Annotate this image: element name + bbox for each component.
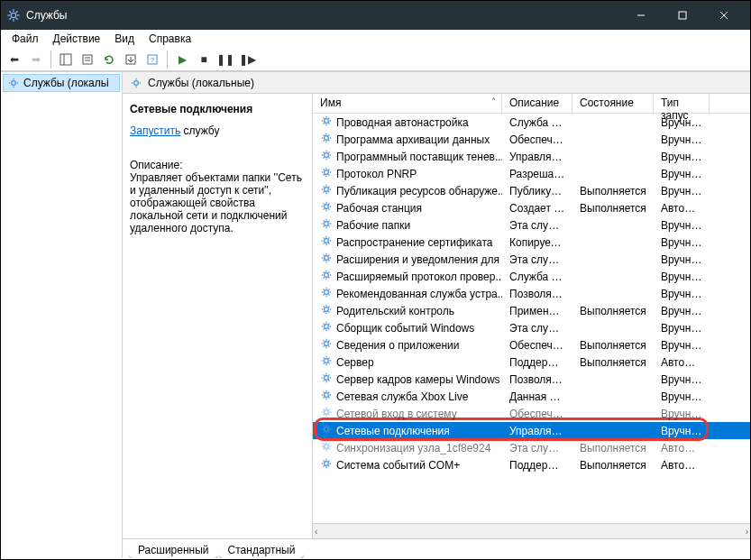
horizontal-scrollbar[interactable]: ‹ › xyxy=(313,523,750,538)
cell-state: Выполняется xyxy=(572,442,654,454)
titlebar: Службы xyxy=(1,1,750,30)
svg-line-100 xyxy=(328,243,329,243)
svg-line-39 xyxy=(328,118,329,119)
col-state[interactable]: Состояние xyxy=(572,94,654,113)
table-row[interactable]: Программный поставщик тенев...Управляет.… xyxy=(313,148,750,165)
pause-service-button[interactable]: ❚❚ xyxy=(215,50,235,69)
col-name[interactable]: Имя xyxy=(313,94,502,113)
table-row[interactable]: Расширения и уведомления для ...Эта служ… xyxy=(313,251,750,268)
table-row[interactable]: Публикация ресурсов обнаруже...Публикует… xyxy=(313,182,750,199)
column-headers: Имя Описание Состояние Тип запус xyxy=(313,94,750,114)
properties-button[interactable] xyxy=(78,50,97,69)
svg-line-48 xyxy=(328,135,329,136)
svg-line-165 xyxy=(328,358,329,359)
cell-description: Поддержи... xyxy=(502,459,572,472)
svg-point-121 xyxy=(325,290,329,295)
svg-line-163 xyxy=(328,363,329,363)
scroll-left-icon[interactable]: ‹ xyxy=(315,527,317,537)
table-row[interactable]: Проводная автонастройкаСлужба W...Вручну… xyxy=(313,114,750,131)
service-name: Программный поставщик тенев... xyxy=(336,151,502,163)
service-name: Сетевая служба Xbox Live xyxy=(336,390,468,403)
table-row[interactable]: Сетевой вход в системуОбеспечи...Вручную xyxy=(313,405,750,422)
menu-action[interactable]: Действие xyxy=(46,31,108,47)
svg-line-127 xyxy=(328,294,329,295)
svg-line-102 xyxy=(328,238,329,239)
maximize-button[interactable] xyxy=(662,1,703,30)
svg-line-219 xyxy=(328,461,329,462)
table-row[interactable]: Родительский контрольПрименяе...Выполняе… xyxy=(313,302,750,319)
table-row[interactable]: Сетевая служба Xbox LiveДанная сл...Вруч… xyxy=(313,388,750,405)
minimize-button[interactable] xyxy=(620,1,662,30)
svg-line-56 xyxy=(324,157,325,158)
back-button[interactable]: ⬅ xyxy=(5,50,24,69)
show-hide-tree-button[interactable] xyxy=(56,50,76,69)
service-name: Сервер xyxy=(336,356,374,369)
start-service-button[interactable]: ▶ xyxy=(172,50,192,69)
export-button[interactable] xyxy=(121,50,141,69)
tree-root-node[interactable]: Службы (локальі xyxy=(3,74,120,92)
table-row[interactable]: Синхронизация узла_1cf8e924Эта служб...В… xyxy=(313,439,750,456)
restart-service-button[interactable]: ❚▶ xyxy=(237,50,257,69)
scroll-right-icon[interactable]: › xyxy=(746,527,748,537)
gear-icon xyxy=(7,77,20,89)
cell-startup: Вручную xyxy=(654,390,710,403)
col-startup[interactable]: Тип запус xyxy=(654,94,710,113)
menu-help[interactable]: Справка xyxy=(142,31,198,47)
pane-heading-bar: Службы (локальные) xyxy=(123,72,750,94)
tab-standard[interactable]: Стандартный xyxy=(218,542,306,558)
help-button[interactable]: ? xyxy=(142,50,162,69)
table-row[interactable]: Сведения о приложенииОбеспечи...Выполняе… xyxy=(313,336,750,353)
table-row[interactable]: Рабочие папкиЭта служб...Вручную xyxy=(313,216,750,234)
service-name: Рабочая станция xyxy=(336,202,422,215)
svg-point-157 xyxy=(325,359,329,363)
forward-button[interactable]: ➡ xyxy=(26,50,46,69)
service-name: Протокол PNRP xyxy=(336,168,417,180)
cell-description: Обеспечи... xyxy=(502,133,572,146)
svg-line-92 xyxy=(324,225,325,226)
service-rows[interactable]: Проводная автонастройкаСлужба W...Вручну… xyxy=(313,114,750,523)
cell-description: Обеспечи... xyxy=(502,339,572,352)
svg-line-119 xyxy=(324,277,325,278)
svg-line-101 xyxy=(324,243,325,243)
refresh-button[interactable] xyxy=(99,50,119,69)
table-row[interactable]: Распространение сертификатаКопирует ...В… xyxy=(313,234,750,251)
tab-extended[interactable]: Расширенный xyxy=(128,541,219,558)
cell-startup: Автомати xyxy=(654,459,710,472)
table-row[interactable]: Рекомендованная служба устра...Позволяет… xyxy=(313,285,750,302)
stop-service-button[interactable]: ■ xyxy=(194,50,214,69)
svg-line-155 xyxy=(324,345,325,346)
menu-file[interactable]: Файл xyxy=(5,31,46,47)
table-row[interactable]: Система событий COM+Поддержи...Выполняет… xyxy=(313,456,750,473)
svg-line-36 xyxy=(324,118,325,119)
svg-line-172 xyxy=(328,380,329,381)
svg-line-147 xyxy=(328,324,329,325)
table-row[interactable]: Сборщик событий WindowsЭта служб...Вручн… xyxy=(313,319,750,336)
service-name: Проводная автонастройка xyxy=(336,116,469,129)
table-row[interactable]: СерверПоддержи...ВыполняетсяАвтомати xyxy=(313,353,750,371)
sidebar: Службы (локальі xyxy=(1,72,123,558)
table-row[interactable]: Расширяемый протокол провер...Служба ра.… xyxy=(313,268,750,285)
cell-name: Сетевой вход в систему xyxy=(313,406,502,421)
cell-startup: Автомати xyxy=(654,356,710,369)
gear-icon xyxy=(320,354,333,370)
svg-point-67 xyxy=(325,188,329,192)
cell-startup: Автомати xyxy=(654,442,710,454)
col-description[interactable]: Описание xyxy=(502,94,572,113)
cell-description: Управляет... xyxy=(502,425,572,437)
table-row[interactable]: Сетевые подключенияУправляет...Вручную xyxy=(313,422,750,439)
table-row[interactable]: Сервер кадров камеры WindowsПозволяет...… xyxy=(313,371,750,388)
cell-startup: Вручную xyxy=(654,151,710,163)
svg-point-193 xyxy=(325,427,329,432)
table-row[interactable]: Рабочая станцияСоздает и ...ВыполняетсяА… xyxy=(313,199,750,216)
svg-point-103 xyxy=(325,256,329,261)
close-button[interactable] xyxy=(703,1,745,30)
svg-point-184 xyxy=(325,410,329,415)
table-row[interactable]: Программа архивации данныхОбеспечи...Вру… xyxy=(313,131,750,148)
tree-root-label: Службы (локальі xyxy=(23,77,109,89)
svg-line-72 xyxy=(324,187,325,188)
start-link[interactable]: Запустить xyxy=(130,124,180,137)
table-row[interactable]: Протокол PNRPРазрешает...Вручную xyxy=(313,165,750,182)
menu-view[interactable]: Вид xyxy=(107,31,142,47)
view-tabs: Расширенный Стандартный xyxy=(123,538,750,558)
service-name: Синхронизация узла_1cf8e924 xyxy=(336,442,490,454)
